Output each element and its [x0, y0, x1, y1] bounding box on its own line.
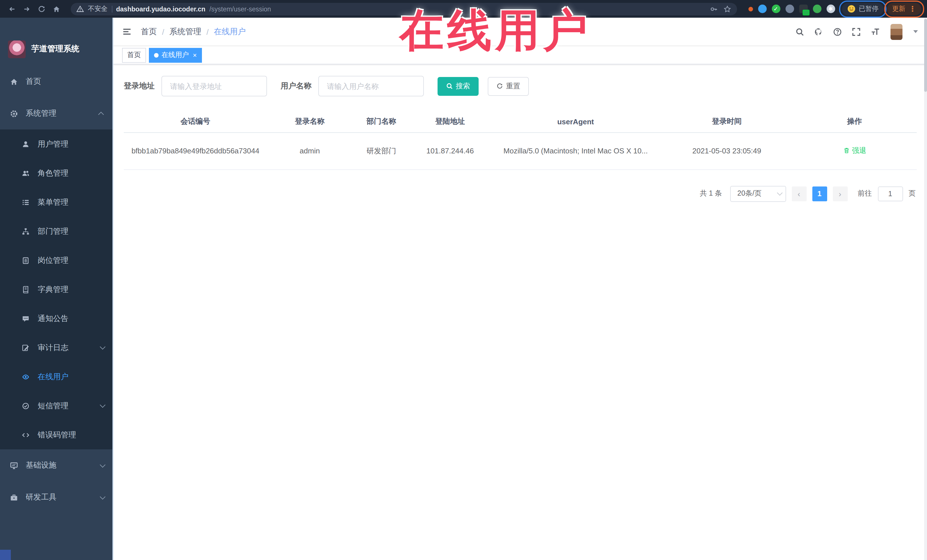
url-path: /system/user-session: [209, 5, 271, 12]
chevron-down-icon: [777, 190, 783, 196]
sidebar-item-error-code-management[interactable]: 错误码管理: [0, 420, 113, 449]
breadcrumb-home[interactable]: 首页: [141, 27, 157, 37]
sidebar-item-dev-tools[interactable]: 研发工具: [0, 481, 113, 513]
cell-username: admin: [267, 132, 353, 169]
sidebar-item-home[interactable]: 首页: [0, 65, 113, 97]
reset-button[interactable]: 重置: [488, 77, 529, 96]
extension-drop-icon[interactable]: [758, 5, 766, 13]
close-icon[interactable]: ×: [193, 52, 197, 58]
audit-log-icon: [21, 344, 30, 352]
sidebar-item-menu-management[interactable]: 菜单管理: [0, 188, 113, 217]
url-host: dashboard.yudao.iocoder.cn: [116, 5, 205, 12]
chevron-down-icon[interactable]: [913, 30, 918, 33]
sidebar-item-online-users[interactable]: 在线用户: [0, 362, 113, 391]
page-number-1[interactable]: 1: [812, 186, 827, 201]
extension-glass-icon[interactable]: [813, 5, 821, 13]
sidebar-item-audit-log[interactable]: 审计日志: [0, 333, 113, 362]
toolbox-icon: [9, 493, 18, 502]
profile-chip[interactable]: 已暂停: [842, 3, 884, 15]
tag-online-users[interactable]: 在线用户 ×: [149, 48, 202, 62]
profile-paused-label: 已暂停: [859, 5, 878, 13]
sidebar-item-label: 通知公告: [38, 313, 68, 323]
active-dot-icon: [154, 53, 159, 57]
search-icon[interactable]: [795, 27, 804, 36]
sidebar-item-dict-management[interactable]: 字典管理: [0, 275, 113, 304]
chevron-down-icon: [100, 493, 106, 499]
security-label[interactable]: 不安全: [88, 5, 108, 13]
sidebar-item-label: 审计日志: [38, 343, 68, 353]
cell-dept-name: 研发部门: [353, 132, 410, 169]
chevron-down-icon: [100, 344, 106, 349]
scrollbar-thumb[interactable]: [924, 19, 927, 92]
page: 不安全 dashboard.yudao.iocoder.cn/system/us…: [0, 0, 927, 560]
home-icon: [9, 77, 18, 86]
username-label: 用户名称: [281, 81, 312, 91]
update-label: 更新: [892, 5, 905, 13]
app-title: 芋道管理系统: [31, 44, 79, 54]
back-icon[interactable]: [6, 3, 18, 15]
github-icon[interactable]: [814, 27, 823, 36]
table-row: bfbb1ab79ba849e49fb26ddb56a73044 admin 研…: [124, 132, 917, 169]
sidebar-item-sms-management[interactable]: 短信管理: [0, 391, 113, 420]
omnibox-divider: [111, 5, 112, 12]
prev-page-button[interactable]: ‹: [792, 186, 806, 201]
extension-on-badge-icon[interactable]: [799, 5, 807, 13]
key-icon[interactable]: [710, 5, 717, 13]
breadcrumb-system-management[interactable]: 系统管理: [169, 27, 201, 37]
chevron-down-icon: [100, 461, 106, 467]
fullscreen-icon[interactable]: [852, 27, 861, 36]
sidebar-item-label: 错误码管理: [38, 430, 76, 440]
sidebar-item-role-management[interactable]: 角色管理: [0, 159, 113, 188]
monitor-icon: [9, 461, 18, 470]
bookmark-star-icon[interactable]: [723, 5, 731, 13]
extension-people-icon[interactable]: [785, 5, 794, 13]
help-icon[interactable]: [833, 27, 842, 36]
browser-menu-kebab-icon[interactable]: ⋮: [909, 5, 916, 12]
extensions-puzzle-icon[interactable]: ✱: [826, 5, 835, 13]
page-scrollbar[interactable]: [924, 18, 927, 560]
sidebar-item-user-management[interactable]: 用户管理: [0, 129, 113, 159]
sms-check-icon: [21, 402, 30, 410]
chrome-update-button[interactable]: 更新 ⋮: [887, 3, 921, 15]
reload-icon[interactable]: [35, 3, 48, 15]
users-icon: [21, 169, 30, 177]
cell-session-id: bfbb1ab79ba849e49fb26ddb56a73044: [124, 132, 267, 169]
app-logo-row[interactable]: 芋道管理系统: [0, 18, 113, 65]
search-button[interactable]: 搜索: [438, 77, 479, 96]
main-area: 首页 / 系统管理 / 在线用户: [113, 18, 927, 560]
column-header-dept-name: 部门名称: [353, 111, 410, 132]
sidebar-item-infrastructure[interactable]: 基础设施: [0, 449, 113, 481]
sidebar-item-label: 短信管理: [38, 401, 68, 411]
login-address-input[interactable]: [161, 76, 267, 96]
goto-page-input[interactable]: [878, 186, 903, 201]
code-icon: [21, 431, 30, 439]
column-header-login-name: 登录名称: [267, 111, 353, 132]
page-size-select[interactable]: 20条/页: [730, 186, 786, 202]
tag-home[interactable]: 首页: [122, 48, 146, 62]
sidebar-item-department-management[interactable]: 部门管理: [0, 217, 113, 246]
goto-label: 前往: [858, 189, 872, 199]
hamburger-icon[interactable]: [122, 27, 132, 36]
extension-check-icon[interactable]: ✓: [772, 5, 780, 13]
avatar[interactable]: [891, 24, 903, 39]
sidebar-item-label: 字典管理: [38, 284, 68, 294]
next-page-button[interactable]: ›: [833, 186, 847, 201]
extension-ring-icon[interactable]: [748, 6, 753, 11]
menu-list-icon: [21, 198, 30, 206]
home-browser-icon[interactable]: [50, 3, 63, 15]
sidebar-item-label: 系统管理: [26, 108, 56, 118]
gear-icon: [9, 109, 18, 118]
sidebar-item-notice-announcement[interactable]: 通知公告: [0, 304, 113, 333]
force-logout-button[interactable]: 强退: [843, 146, 866, 156]
sidebar-item-label: 研发工具: [26, 492, 56, 502]
sidebar-item-post-management[interactable]: 岗位管理: [0, 246, 113, 275]
username-input[interactable]: [318, 76, 424, 96]
sidebar-item-system-management[interactable]: 系统管理: [0, 97, 113, 129]
app-logo-image: [8, 40, 26, 58]
browser-nav-buttons: [6, 3, 63, 15]
forward-icon[interactable]: [21, 3, 33, 15]
sidebar-item-label: 部门管理: [38, 226, 68, 237]
font-size-icon[interactable]: [871, 27, 881, 36]
tag-label: 在线用户: [161, 50, 189, 60]
sidebar-item-label: 角色管理: [38, 168, 68, 178]
